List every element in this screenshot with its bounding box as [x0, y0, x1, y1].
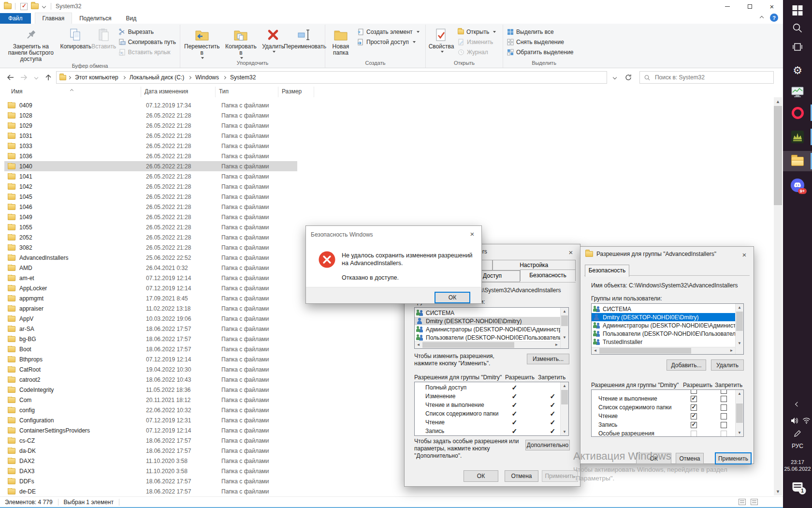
up-button[interactable]	[42, 71, 55, 84]
scroll-down-chevron-icon[interactable]: ▼	[736, 340, 743, 347]
close-icon[interactable]: ×	[468, 229, 477, 238]
scroll-left-chevron-icon[interactable]: ◄	[415, 342, 422, 348]
allow-checkbox[interactable]	[691, 422, 697, 428]
ok-button[interactable]: ОК	[435, 292, 470, 303]
file-row[interactable]: 104526.05.2022 21:28Папка с файлами	[4, 192, 297, 202]
scroll-right-chevron-icon[interactable]: ►	[728, 347, 735, 354]
help-icon[interactable]: ?	[770, 14, 778, 22]
copy-button[interactable]: Копировать	[60, 25, 91, 50]
task-view-icon[interactable]	[792, 42, 803, 52]
taskbar-app-explorer[interactable]	[783, 151, 812, 171]
allow-checkbox[interactable]	[691, 404, 697, 411]
breadcrumb-chevron-icon[interactable]	[222, 76, 227, 79]
list-vertical-scrollbar[interactable]: ▲ ▼	[560, 308, 568, 348]
deny-checkbox[interactable]	[721, 390, 727, 394]
minimize-button[interactable]	[716, 0, 739, 13]
scroll-down-chevron-icon[interactable]: ▼	[561, 428, 568, 435]
file-row[interactable]: de-DE18.06.2022 17:57Папка с файлами	[4, 486, 297, 495]
tab-share[interactable]: Поделиться	[72, 13, 118, 24]
group-list-item[interactable]: Dmitry (DESKTOP-NOHDI0E\Dmitry)	[415, 317, 568, 325]
back-button[interactable]	[4, 71, 16, 84]
settings-gear-icon[interactable]: ⚙	[793, 64, 802, 77]
file-row[interactable]: 105526.05.2022 21:28Папка с файлами	[4, 222, 297, 232]
add-button[interactable]: Добавить...	[667, 359, 706, 371]
ribbon-collapse-chevron-icon[interactable]	[760, 15, 764, 19]
group-list-item[interactable]: СИСТЕМА	[415, 309, 568, 317]
file-row[interactable]: 104626.05.2022 21:28Папка с файлами	[4, 202, 297, 212]
file-row[interactable]: Bthprops07.12.2019 12:14Папка с файлами	[4, 354, 297, 364]
action-center-icon[interactable]: 1	[793, 482, 803, 492]
scrollbar-thumb[interactable]	[561, 390, 568, 404]
file-row[interactable]: 040907.12.2019 17:34Папка с файлами	[4, 100, 297, 110]
vertical-scrollbar[interactable]: ▲ ▼	[774, 97, 782, 495]
list-vertical-scrollbar[interactable]: ▲ ▼	[735, 304, 743, 354]
file-row[interactable]: bg-BG18.06.2022 17:57Папка с файлами	[4, 334, 297, 344]
file-row[interactable]: catroot218.06.2022 10:43Папка с файлами	[4, 374, 297, 385]
file-row[interactable]: CatRoot19.04.2022 10:30Папка с файлами	[4, 364, 297, 374]
scrollbar-thumb[interactable]	[422, 342, 514, 348]
group-list-item[interactable]: СИСТЕМА	[592, 305, 743, 313]
refresh-icon[interactable]	[622, 71, 634, 84]
copy-to-button[interactable]: Копировать в	[222, 25, 260, 60]
file-row[interactable]: AppV10.03.2022 19:06Папка с файлами	[4, 314, 297, 324]
breadcrumb-item[interactable]: Windows	[192, 74, 222, 81]
file-row[interactable]: am-et07.12.2019 12:14Папка с файлами	[4, 273, 297, 283]
details-view-icon[interactable]	[739, 499, 746, 505]
file-row[interactable]: 104026.05.2022 21:28Папка с файлами	[4, 161, 297, 171]
file-row[interactable]: 103326.05.2022 21:28Папка с файлами	[4, 141, 297, 151]
scroll-left-chevron-icon[interactable]: ◄	[592, 347, 599, 354]
file-row[interactable]: 103626.05.2022 21:28Папка с файлами	[4, 151, 297, 161]
properties-button[interactable]: Свойства	[427, 25, 455, 53]
move-to-button[interactable]: Переместить в	[182, 25, 222, 60]
tab-view[interactable]: Вид	[118, 13, 144, 24]
ok-button[interactable]: ОК	[464, 470, 498, 482]
file-row[interactable]: AdvancedInstallers25.06.2022 22:52Папка …	[4, 253, 297, 263]
scroll-down-chevron-icon[interactable]: ▼	[736, 429, 743, 436]
file-row[interactable]: DDFs18.06.2022 17:57Папка с файлами	[4, 476, 297, 486]
qat-properties-icon[interactable]	[20, 3, 28, 10]
tab-file[interactable]: Файл	[0, 13, 31, 24]
breadcrumb-item[interactable]: Локальный диск (C:)	[126, 74, 188, 81]
list-vertical-scrollbar[interactable]: ▲ ▼	[560, 382, 568, 435]
scrollbar-thumb[interactable]	[736, 403, 743, 423]
clock[interactable]: 23:17 25.06.2022	[784, 459, 811, 472]
list-horizontal-scrollbar[interactable]: ◄ ►	[415, 341, 560, 348]
file-row[interactable]: ContainerSettingsProviders07.12.2019 12:…	[4, 425, 297, 435]
scroll-up-chevron-icon[interactable]: ▲	[736, 390, 743, 397]
edit-permissions-button[interactable]: Изменить...	[527, 354, 569, 364]
cut-button[interactable]: Вырезать	[116, 27, 178, 37]
start-button[interactable]	[793, 5, 803, 15]
show-hidden-icons-chevron-icon[interactable]	[796, 403, 799, 406]
apply-button[interactable]: Применить	[715, 452, 752, 464]
open-button[interactable]: Открыть	[455, 27, 498, 37]
file-row[interactable]: 102926.05.2022 21:28Папка с файлами	[4, 120, 297, 131]
group-list-item[interactable]: Пользователи (DESKTOP-NOHDI0E\Пользовате…	[592, 329, 743, 338]
file-row[interactable]: appraiser11.02.2022 13:18Папка с файлами	[4, 303, 297, 314]
scroll-down-chevron-icon[interactable]: ▼	[561, 334, 568, 341]
breadcrumb-chevron-icon[interactable]	[188, 76, 192, 79]
deny-checkbox[interactable]	[721, 396, 727, 402]
file-row[interactable]: CodeIntegrity11.05.2022 18:36Папка с фай…	[4, 385, 297, 395]
file-row[interactable]: Configuration07.12.2019 12:31Папка с фай…	[4, 415, 297, 425]
delete-button[interactable]: Удалить	[260, 25, 287, 53]
taskbar-app-discord[interactable]: 9+	[783, 175, 812, 195]
new-folder-button[interactable]: Новая папка	[327, 25, 355, 56]
group-list-item[interactable]: Пользователи (DESKTOP-NOHDI0E\Пользовате…	[415, 333, 568, 342]
group-list-item[interactable]: Администраторы (DESKTOP-NOHDI0E\Админист…	[415, 325, 568, 333]
scroll-right-chevron-icon[interactable]: ►	[553, 342, 560, 348]
allow-checkbox[interactable]	[691, 390, 697, 394]
scroll-up-chevron-icon[interactable]: ▲	[561, 308, 568, 315]
volume-icon[interactable]	[791, 417, 799, 424]
column-header-size[interactable]: Размер	[278, 87, 314, 97]
file-row[interactable]: AMD26.04.2021 0:32Папка с файлами	[4, 263, 297, 273]
column-header-date[interactable]: Дата изменения	[141, 87, 216, 97]
file-row[interactable]: DAX211.10.2020 3:58Папка с файлами	[4, 456, 297, 466]
breadcrumb-item[interactable]: System32	[227, 74, 259, 81]
tab-security[interactable]: Безопасность	[520, 269, 576, 281]
file-row[interactable]: Com20.11.2021 18:12Папка с файлами	[4, 395, 297, 405]
group-list-item[interactable]: TrustedInstaller	[592, 338, 743, 346]
tab-customize[interactable]: Настройка	[493, 260, 576, 270]
column-header-name[interactable]: Имя	[8, 87, 141, 97]
allow-checkbox[interactable]	[691, 396, 697, 402]
file-row[interactable]: 102826.05.2022 21:28Папка с файлами	[4, 110, 297, 120]
